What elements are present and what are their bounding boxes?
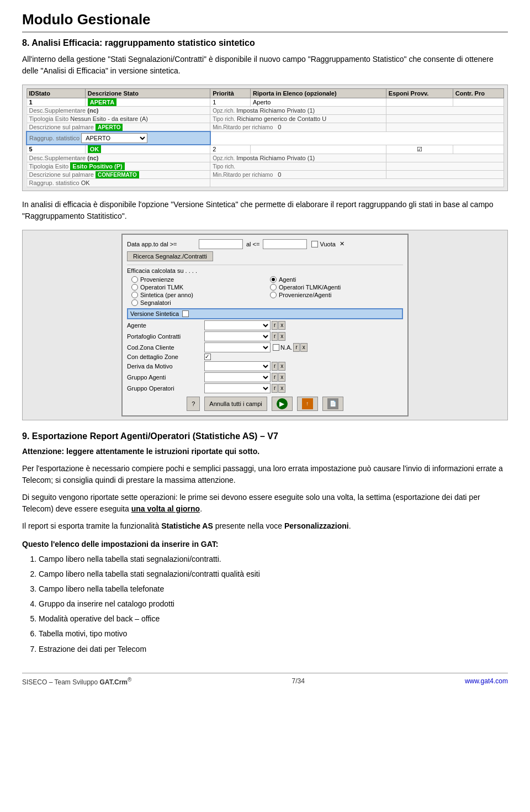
versione-sintetica-label: Versione Sintetica (130, 310, 179, 317)
radio-dot-segnalatori (131, 299, 138, 306)
state-esponi (386, 98, 453, 107)
state-description: APERTA (85, 98, 210, 107)
list-item: Campo libero nella tabella stati segnala… (39, 552, 508, 566)
office-text: office (141, 614, 160, 623)
list-item: Tabella motivi, tipo motivo (39, 627, 508, 641)
date-to-label: al <= (246, 241, 259, 247)
attention-label: Attenzione: leggere attentamente le istr… (22, 447, 259, 456)
efficacia-label: Efficacia calcolata su . . . . (127, 267, 199, 274)
field-codzona-select[interactable] (204, 342, 271, 352)
field-dettaglio-zone: Con dettaglio Zone (127, 354, 403, 360)
state-contr (453, 98, 504, 107)
table-row: 5 OK 2 ☑ (26, 145, 504, 154)
field-deriva-motivo-r-btn[interactable]: r (272, 362, 278, 371)
radio-dot-sintetica (131, 292, 138, 298)
list-item: Estrazione dei dati per Telecom (39, 642, 508, 656)
date-from-input[interactable] (199, 239, 243, 249)
state-id: 5 (26, 145, 85, 154)
field-deriva-motivo-select[interactable] (204, 361, 271, 371)
annulla-button[interactable]: Annulla tutti i campi (204, 397, 267, 411)
divider (127, 265, 403, 265)
vuota-checkbox[interactable] (311, 241, 318, 247)
radio-group: Provenienze Agenti Operatori TLMK Operat… (131, 276, 403, 306)
section-9: 9. Esportazione Report Agenti/Operatori … (22, 431, 508, 656)
radio-provenienze-agenti[interactable]: Provenienze/Agenti (270, 292, 403, 298)
radio-label-provenienze: Provenienze (140, 276, 174, 283)
field-gruppo-agenti-select[interactable] (204, 372, 271, 382)
field-agente-select[interactable] (204, 320, 271, 330)
field-dettaglio-zone-checkbox[interactable] (204, 354, 211, 360)
field-gruppo-operatori-x-btn[interactable]: x (278, 384, 285, 393)
footer-url[interactable]: www.gat4.com (465, 677, 508, 685)
state-priority: 1 (210, 98, 251, 107)
versione-sintetica-row: Versione Sintetica (127, 308, 403, 319)
table-row: Desc.Supplementare (nc) Opz.rich. Impost… (26, 154, 504, 162)
field-gruppo-operatori-label: Gruppo Operatori (127, 385, 204, 392)
section-intro: All'interno della gestione "Stati Segnal… (22, 54, 508, 77)
ok-button[interactable]: ▶ (272, 397, 293, 411)
radio-provenienze[interactable]: Provenienze (131, 276, 264, 283)
export-button[interactable]: ↑ (297, 397, 318, 411)
radio-agenti[interactable]: Agenti (270, 276, 403, 283)
field-gruppo-agenti-x-btn[interactable]: x (278, 373, 285, 382)
field-codzona-label: Cod.Zona Cliente (127, 344, 204, 351)
field-dettaglio-zone-label: Con dettaglio Zone (127, 354, 204, 360)
radio-label-provenienze-agenti: Provenienze/Agenti (279, 292, 331, 298)
state-esponi: ☑ (386, 145, 453, 154)
ricerca-button[interactable]: Ricerca Segnalaz./Contratti (127, 251, 213, 261)
field-codzona-x-btn[interactable]: x (300, 343, 308, 352)
col-idstato: IDStato (26, 89, 85, 98)
date-to-input[interactable] (263, 239, 307, 249)
versione-sintetica-checkbox[interactable] (182, 310, 189, 317)
state-contr (453, 145, 504, 154)
na-check: N.A. (273, 344, 292, 351)
field-gruppo-operatori-r-btn[interactable]: r (272, 384, 278, 393)
radio-dot-agenti (270, 276, 277, 283)
radio-operatori-tlmk-agenti[interactable]: Operatori TLMK/Agenti (270, 284, 403, 291)
search-form: Data app.to dal >= al <= Vuota ✕ Ricerca… (121, 234, 409, 416)
field-portafoglio-label: Portafoglio Contratti (127, 333, 204, 340)
field-codzona: Cod.Zona Cliente N.A. r x (127, 342, 403, 352)
col-contr: Contr. Pro (453, 89, 504, 98)
raggrup-select[interactable]: APERTO (81, 133, 147, 143)
radio-segnalatori[interactable]: Segnalatori (131, 299, 264, 306)
field-agente-x-btn[interactable]: x (278, 321, 285, 330)
field-agente-r-btn[interactable]: r (272, 321, 278, 330)
help-button[interactable]: ? (187, 397, 200, 411)
field-gruppo-agenti: Gruppo Agenti r x (127, 372, 403, 382)
attention-paragraph: Attenzione: leggere attentamente le istr… (22, 446, 508, 457)
field-portafoglio-r-btn[interactable]: r (272, 332, 278, 341)
radio-sintetica[interactable]: Sintetica (per anno) (131, 292, 264, 298)
field-deriva-motivo-x-btn[interactable]: x (278, 362, 285, 371)
ricerca-row: Ricerca Segnalaz./Contratti (127, 251, 403, 261)
radio-operatori-tlmk[interactable]: Operatori TLMK (131, 284, 264, 291)
date-row: Data app.to dal >= al <= Vuota ✕ (127, 239, 403, 249)
close-icon[interactable]: ✕ (340, 240, 344, 247)
field-agente-label: Agente (127, 322, 204, 329)
field-deriva-motivo-label: Deriva da Motivo (127, 363, 204, 370)
field-gruppo-agenti-r-btn[interactable]: r (272, 373, 278, 382)
field-agente: Agente r x (127, 320, 403, 330)
radio-label-sintetica: Sintetica (per anno) (140, 292, 193, 298)
list-item: Campo libero nella tabella stati segnala… (39, 567, 508, 581)
state-riporta (251, 145, 386, 154)
list-item: Gruppo da inserire nel catalogo prodotti (39, 597, 508, 611)
radio-dot-provenienze-agenti (270, 292, 277, 298)
na-checkbox[interactable] (273, 344, 279, 351)
field-portafoglio-select[interactable] (204, 331, 271, 341)
section-heading: 8. Analisi Efficacia: raggruppamento sta… (22, 38, 508, 48)
table-row: Desc.Supplementare (nc) Opz.rich. Impost… (26, 107, 504, 115)
footer: SISECO – Team Sviluppo GAT.Crm® 7/34 www… (22, 673, 508, 686)
table-row: 1 APERTA 1 Aperto (26, 98, 504, 107)
doc-icon: 📄 (327, 398, 338, 409)
doc-button[interactable]: 📄 (322, 397, 343, 411)
field-portafoglio-x-btn[interactable]: x (278, 332, 285, 341)
radio-label-operatori-tlmk: Operatori TLMK (140, 284, 183, 291)
field-codzona-r-btn[interactable]: r (293, 343, 299, 352)
col-descrizione: Descrizione Stato (85, 89, 210, 98)
na-label: N.A. (280, 344, 292, 351)
field-gruppo-operatori: Gruppo Operatori r x (127, 383, 403, 393)
radio-dot-operatori-tlmk-agenti (270, 284, 277, 291)
export-icon: ↑ (302, 398, 313, 409)
field-gruppo-operatori-select[interactable] (204, 383, 271, 393)
